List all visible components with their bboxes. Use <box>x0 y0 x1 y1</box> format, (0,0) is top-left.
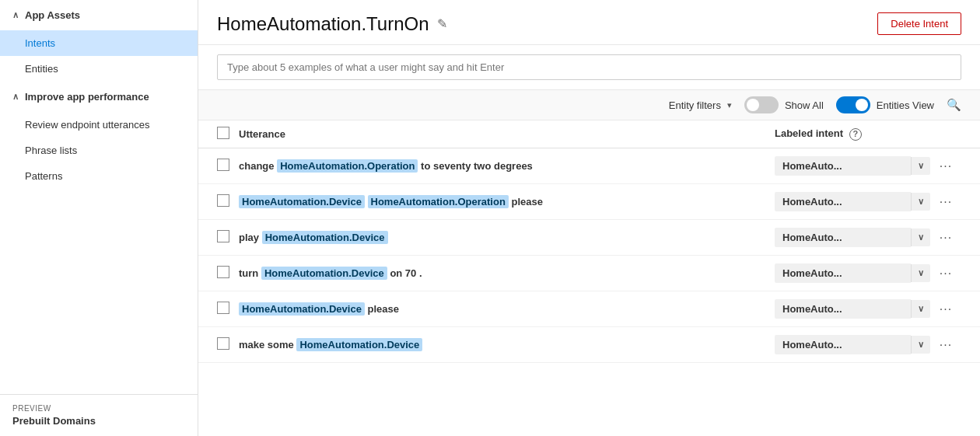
row-actions: ··· <box>930 194 961 211</box>
main-header: HomeAutomation.TurnOn ✎ Delete Intent <box>198 0 980 45</box>
search-bar <box>198 45 980 90</box>
row-checkbox[interactable] <box>217 266 229 278</box>
more-options-button[interactable]: ··· <box>935 229 957 246</box>
entities-view-toggle[interactable] <box>836 96 870 113</box>
show-all-toggle[interactable] <box>744 96 779 113</box>
chevron-icon-2: ∧ <box>12 92 19 102</box>
sidebar-item-phrase-lists[interactable]: Phrase lists <box>0 138 198 163</box>
sidebar-item-intents[interactable]: Intents <box>0 30 198 56</box>
row-intent-selector: HomeAuto...∨ <box>775 192 930 211</box>
entity-filters-label: Entity filters <box>669 99 721 111</box>
row-utterance: HomeAutomation.Device please <box>239 302 775 317</box>
table-row: change HomeAutomation.Operation to seven… <box>198 148 980 184</box>
more-options-button[interactable]: ··· <box>935 265 957 282</box>
delete-intent-button[interactable]: Delete Intent <box>877 12 961 35</box>
entity-tag[interactable]: HomeAutomation.Device <box>239 195 365 208</box>
sidebar-section-app-assets[interactable]: ∧ App Assets <box>0 0 198 30</box>
prebuilt-domains-title: Prebuilt Domains <box>12 415 96 427</box>
row-actions: ··· <box>930 337 961 354</box>
entity-filters-chevron[interactable]: ▾ <box>727 100 732 110</box>
row-actions: ··· <box>930 301 961 318</box>
table-row: HomeAutomation.Device HomeAutomation.Ope… <box>198 184 980 220</box>
sidebar-item-patterns[interactable]: Patterns <box>0 163 198 189</box>
entity-filters-group: Entity filters ▾ <box>669 99 732 111</box>
intent-chevron[interactable]: ∨ <box>911 264 930 282</box>
toolbar: Entity filters ▾ Show All Entities View … <box>198 90 980 120</box>
main-content: HomeAutomation.TurnOn ✎ Delete Intent En… <box>198 0 980 436</box>
row-utterance: make some HomeAutomation.Device <box>239 337 775 353</box>
more-options-button[interactable]: ··· <box>935 301 957 318</box>
chevron-icon: ∧ <box>12 10 19 20</box>
intent-select[interactable]: HomeAuto... <box>775 263 911 283</box>
more-options-button[interactable]: ··· <box>935 337 957 354</box>
intent-chevron[interactable]: ∨ <box>911 336 930 354</box>
entity-tag[interactable]: HomeAutomation.Device <box>261 267 387 280</box>
show-all-group: Show All <box>744 96 824 113</box>
search-icon[interactable]: 🔍 <box>947 98 961 112</box>
utterance-column-header: Utterance <box>239 128 775 140</box>
table-row: turn HomeAutomation.Device on 70 .HomeAu… <box>198 256 980 291</box>
sidebar-section-improve[interactable]: ∧ Improve app performance <box>0 82 198 112</box>
row-utterance: play HomeAutomation.Device <box>239 230 775 246</box>
intent-select[interactable]: HomeAuto... <box>775 192 911 211</box>
intent-chevron[interactable]: ∨ <box>911 157 930 175</box>
show-all-label: Show All <box>785 99 824 111</box>
row-intent-selector: HomeAuto...∨ <box>775 156 930 176</box>
more-options-button[interactable]: ··· <box>935 194 957 211</box>
sidebar-section-label: App Assets <box>25 9 80 21</box>
table-header: Utterance Labeled intent ? <box>198 120 980 148</box>
row-checkbox[interactable] <box>217 194 229 207</box>
entity-tag[interactable]: HomeAutomation.Device <box>296 338 422 351</box>
row-checkbox[interactable] <box>217 230 229 242</box>
table-row: make some HomeAutomation.DeviceHomeAuto.… <box>198 327 980 363</box>
prebuilt-preview-label: PREVIEW <box>12 404 185 413</box>
select-all-checkbox[interactable] <box>217 127 229 139</box>
intent-chevron[interactable]: ∨ <box>911 228 930 246</box>
entity-tag[interactable]: HomeAutomation.Device <box>239 302 365 316</box>
row-intent-selector: HomeAuto...∨ <box>775 299 930 319</box>
row-actions: ··· <box>930 229 961 246</box>
help-icon[interactable]: ? <box>849 128 862 141</box>
sidebar-section-label-2: Improve app performance <box>25 91 149 103</box>
entity-tag[interactable]: HomeAutomation.Device <box>262 231 388 244</box>
entities-view-label: Entities View <box>877 99 934 111</box>
intent-select[interactable]: HomeAuto... <box>775 156 911 176</box>
edit-icon[interactable]: ✎ <box>437 16 447 31</box>
utterance-search-input[interactable] <box>217 54 961 80</box>
row-checkbox[interactable] <box>217 159 229 171</box>
row-intent-selector: HomeAuto...∨ <box>775 228 930 247</box>
table-row: HomeAutomation.Device pleaseHomeAuto...∨… <box>198 291 980 327</box>
row-utterance: HomeAutomation.Device HomeAutomation.Ope… <box>239 194 775 210</box>
entity-tag[interactable]: HomeAutomation.Operation <box>368 195 509 208</box>
row-utterance: change HomeAutomation.Operation to seven… <box>239 159 775 174</box>
row-actions: ··· <box>930 158 961 175</box>
sidebar-item-entities[interactable]: Entities <box>0 56 198 82</box>
row-checkbox[interactable] <box>217 337 229 350</box>
row-intent-selector: HomeAuto...∨ <box>775 335 930 354</box>
sidebar-bottom[interactable]: PREVIEW Prebuilt Domains <box>0 394 198 436</box>
row-intent-selector: HomeAuto...∨ <box>775 263 930 283</box>
table-rows: change HomeAutomation.Operation to seven… <box>198 148 980 363</box>
labeled-intent-column-header: Labeled intent ? <box>775 127 930 141</box>
table-container: Utterance Labeled intent ? change HomeAu… <box>198 120 980 436</box>
intent-select[interactable]: HomeAuto... <box>775 299 911 319</box>
intent-chevron[interactable]: ∨ <box>911 193 930 211</box>
entities-view-group: Entities View <box>836 96 934 113</box>
entity-tag[interactable]: HomeAutomation.Operation <box>277 159 418 173</box>
page-title-group: HomeAutomation.TurnOn ✎ <box>217 13 447 35</box>
more-options-button[interactable]: ··· <box>935 158 957 175</box>
page-title: HomeAutomation.TurnOn <box>217 13 429 35</box>
row-utterance: turn HomeAutomation.Device on 70 . <box>239 266 775 281</box>
intent-select[interactable]: HomeAuto... <box>775 335 911 354</box>
sidebar: ∧ App Assets Intents Entities ∧ Improve … <box>0 0 198 436</box>
row-actions: ··· <box>930 265 961 282</box>
sidebar-item-review-endpoint[interactable]: Review endpoint utterances <box>0 112 198 138</box>
intent-chevron[interactable]: ∨ <box>911 300 930 318</box>
intent-select[interactable]: HomeAuto... <box>775 228 911 247</box>
table-row: play HomeAutomation.DeviceHomeAuto...∨··… <box>198 220 980 256</box>
row-checkbox[interactable] <box>217 302 229 314</box>
